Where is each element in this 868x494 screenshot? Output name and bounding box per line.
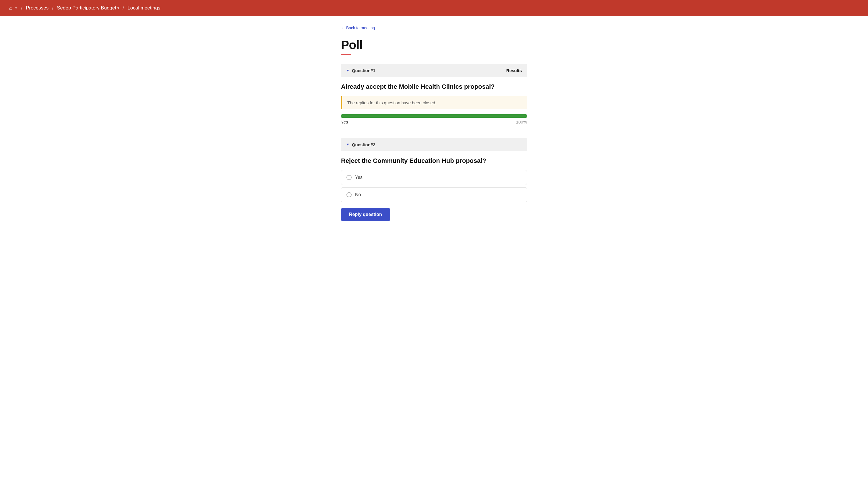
home-icon[interactable]: ⌂ xyxy=(9,5,12,11)
budget-link[interactable]: Sedep Participatory Budget ▾ xyxy=(57,5,119,11)
reply-question-button[interactable]: Reply question xyxy=(341,208,390,221)
radio-options: Yes No xyxy=(341,170,527,202)
progress-container: Yes 100% xyxy=(341,114,527,125)
radio-option-yes[interactable]: Yes xyxy=(341,170,527,185)
question-1-results-label: Results xyxy=(506,68,522,73)
radio-yes-label: Yes xyxy=(355,175,362,180)
question-1-body: Already accept the Mobile Health Clinics… xyxy=(341,77,527,129)
question-1-section: ▼ Question#1 Results Already accept the … xyxy=(341,64,527,129)
question-1-header-left: ▼ Question#1 xyxy=(346,68,375,73)
progress-pct-label: 100% xyxy=(516,119,527,125)
meetings-link[interactable]: Local meetings xyxy=(127,5,160,11)
question-1-chevron-icon: ▼ xyxy=(346,69,350,73)
radio-no-label: No xyxy=(355,192,361,197)
question-1-header[interactable]: ▼ Question#1 Results xyxy=(341,64,527,77)
question-2-header-left: ▼ Question#2 xyxy=(346,142,375,147)
radio-option-no[interactable]: No xyxy=(341,187,527,202)
progress-labels: Yes 100% xyxy=(341,119,527,125)
topbar: ⌂ ▾ / Processes / Sedep Participatory Bu… xyxy=(0,0,868,16)
question-2-section: ▼ Question#2 Reject the Community Educat… xyxy=(341,138,527,224)
radio-no-circle xyxy=(347,192,352,197)
question-2-text: Reject the Community Education Hub propo… xyxy=(341,157,527,165)
progress-bar-fill xyxy=(341,114,527,118)
home-chevron-icon[interactable]: ▾ xyxy=(15,6,17,10)
sep-3: / xyxy=(122,5,124,11)
progress-yes-label: Yes xyxy=(341,119,348,125)
radio-yes-circle xyxy=(347,175,352,180)
question-2-body: Reject the Community Education Hub propo… xyxy=(341,151,527,224)
question-2-label: Question#2 xyxy=(352,142,375,147)
processes-link[interactable]: Processes xyxy=(26,5,48,11)
budget-chevron-icon: ▾ xyxy=(117,6,119,10)
question-1-label: Question#1 xyxy=(352,68,375,73)
back-to-meeting-link[interactable]: ← Back to meeting xyxy=(341,25,375,30)
progress-bar-bg xyxy=(341,114,527,118)
title-underline xyxy=(341,54,351,55)
sep-1: / xyxy=(21,5,22,11)
closed-notice: The replies for this question have been … xyxy=(341,96,527,109)
sep-2: / xyxy=(52,5,53,11)
question-2-chevron-icon: ▼ xyxy=(346,142,350,147)
main-content: ← Back to meeting Poll ▼ Question#1 Resu… xyxy=(336,16,532,242)
page-title: Poll xyxy=(341,38,527,52)
question-1-text: Already accept the Mobile Health Clinics… xyxy=(341,83,527,91)
question-2-header[interactable]: ▼ Question#2 xyxy=(341,138,527,151)
